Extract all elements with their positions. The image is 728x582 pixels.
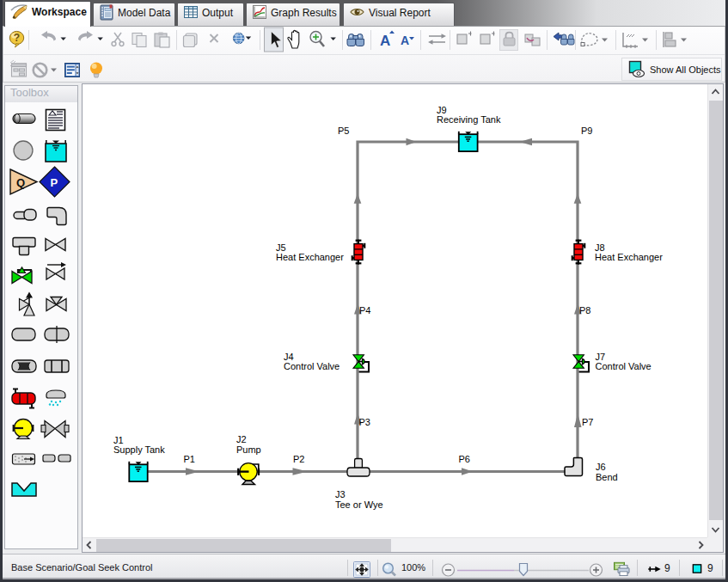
svg-text:A: A <box>380 33 390 49</box>
svg-text:Heat Exchanger: Heat Exchanger <box>595 252 663 262</box>
svg-text:Control Valve: Control Valve <box>596 361 652 371</box>
svg-text:?: ? <box>14 32 20 44</box>
svg-text:P8: P8 <box>579 305 590 316</box>
svg-text:J7: J7 <box>596 352 606 362</box>
svg-text:J8: J8 <box>595 242 605 253</box>
svg-text:P: P <box>51 176 58 189</box>
svg-text:P9: P9 <box>581 126 592 136</box>
svg-text:J1: J1 <box>113 435 124 445</box>
svg-text:J5: J5 <box>276 242 286 253</box>
svg-text:Receiving Tank: Receiving Tank <box>437 114 501 125</box>
svg-text:P7: P7 <box>582 417 593 427</box>
svg-text:J4: J4 <box>284 352 294 362</box>
svg-text:J6: J6 <box>596 462 606 472</box>
svg-text:A: A <box>401 34 409 47</box>
svg-text:Heat Exchanger: Heat Exchanger <box>276 252 344 262</box>
svg-text:P3: P3 <box>359 417 370 427</box>
svg-text:Supply Tank: Supply Tank <box>113 444 165 455</box>
svg-text:P2: P2 <box>293 454 304 464</box>
svg-text:Pump: Pump <box>236 444 261 455</box>
svg-text:Q: Q <box>16 176 25 189</box>
svg-text:P4: P4 <box>359 305 370 316</box>
svg-text:Tee or Wye: Tee or Wye <box>335 499 383 510</box>
svg-text:P1: P1 <box>184 454 195 464</box>
svg-text:Control Valve: Control Valve <box>284 361 340 371</box>
svg-text:P5: P5 <box>338 126 349 136</box>
svg-text:Bend: Bend <box>596 472 618 482</box>
svg-text:J9: J9 <box>437 105 447 115</box>
svg-text:J3: J3 <box>335 489 346 499</box>
svg-text:J2: J2 <box>236 434 247 444</box>
svg-text:P6: P6 <box>459 454 470 464</box>
